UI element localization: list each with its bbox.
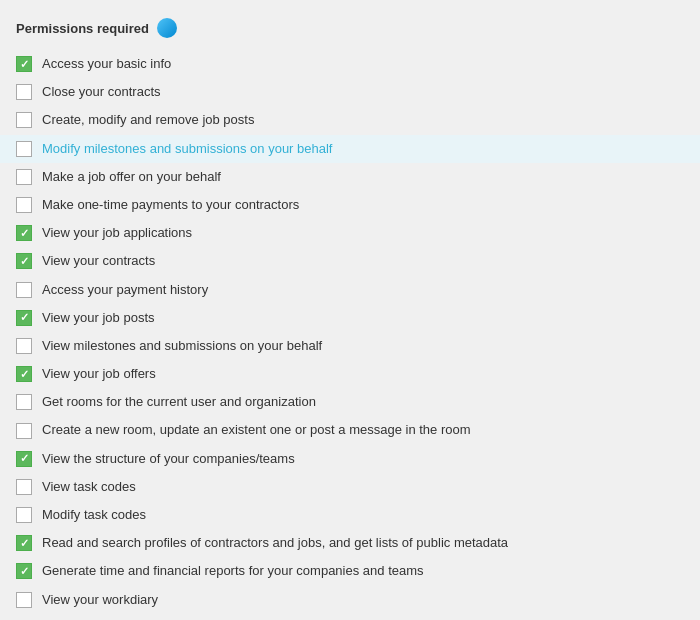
list-item: Read and search profiles of contractors … [0, 529, 700, 557]
permission-checkbox-17[interactable] [16, 507, 32, 523]
list-item: Modify milestones and submissions on you… [0, 135, 700, 163]
permission-label-14: Create a new room, update an existent on… [42, 421, 471, 439]
header-title: Permissions required [16, 21, 149, 36]
permission-label-10: View your job posts [42, 309, 155, 327]
list-item: Create a new room, update an existent on… [0, 416, 700, 444]
permissions-header: Permissions required [0, 10, 700, 50]
permission-label-7: View your job applications [42, 224, 192, 242]
list-item: Get rooms for the current user and organ… [0, 388, 700, 416]
permission-label-19: Generate time and financial reports for … [42, 562, 424, 580]
permission-label-3: Create, modify and remove job posts [42, 111, 254, 129]
list-item: View your job applications [0, 219, 700, 247]
permission-label-11: View milestones and submissions on your … [42, 337, 322, 355]
list-item: View task codes [0, 473, 700, 501]
permission-label-12: View your job offers [42, 365, 156, 383]
list-item: Make one-time payments to your contracto… [0, 191, 700, 219]
list-item: Access your basic info [0, 50, 700, 78]
list-item: View your workdiary [0, 586, 700, 614]
list-item: View your job posts [0, 304, 700, 332]
list-item: View the structure of your companies/tea… [0, 445, 700, 473]
permission-label-8: View your contracts [42, 252, 155, 270]
permission-checkbox-1[interactable] [16, 56, 32, 72]
permission-label-1: Access your basic info [42, 55, 171, 73]
list-item: Modify your workdiary [0, 614, 700, 620]
list-item: View milestones and submissions on your … [0, 332, 700, 360]
permission-label-2: Close your contracts [42, 83, 161, 101]
permission-checkbox-9[interactable] [16, 282, 32, 298]
permission-checkbox-20[interactable] [16, 592, 32, 608]
permission-checkbox-6[interactable] [16, 197, 32, 213]
permission-checkbox-19[interactable] [16, 563, 32, 579]
permission-checkbox-4[interactable] [16, 141, 32, 157]
permission-label-4: Modify milestones and submissions on you… [42, 140, 332, 158]
info-icon [157, 18, 177, 38]
permission-checkbox-5[interactable] [16, 169, 32, 185]
permission-label-15: View the structure of your companies/tea… [42, 450, 295, 468]
permission-checkbox-15[interactable] [16, 451, 32, 467]
permission-checkbox-16[interactable] [16, 479, 32, 495]
permission-checkbox-8[interactable] [16, 253, 32, 269]
permission-checkbox-12[interactable] [16, 366, 32, 382]
list-item: Close your contracts [0, 78, 700, 106]
permission-checkbox-3[interactable] [16, 112, 32, 128]
permission-label-18: Read and search profiles of contractors … [42, 534, 508, 552]
permission-checkbox-13[interactable] [16, 394, 32, 410]
permission-label-17: Modify task codes [42, 506, 146, 524]
list-item: Create, modify and remove job posts [0, 106, 700, 134]
list-item: Modify task codes [0, 501, 700, 529]
list-item: Access your payment history [0, 276, 700, 304]
permission-list: Access your basic infoClose your contrac… [0, 50, 700, 620]
permission-label-5: Make a job offer on your behalf [42, 168, 221, 186]
list-item: Make a job offer on your behalf [0, 163, 700, 191]
permission-checkbox-14[interactable] [16, 423, 32, 439]
permission-checkbox-10[interactable] [16, 310, 32, 326]
permission-label-13: Get rooms for the current user and organ… [42, 393, 316, 411]
list-item: View your job offers [0, 360, 700, 388]
list-item: Generate time and financial reports for … [0, 557, 700, 585]
permission-checkbox-18[interactable] [16, 535, 32, 551]
permission-checkbox-11[interactable] [16, 338, 32, 354]
list-item: View your contracts [0, 247, 700, 275]
permissions-container: Permissions required Access your basic i… [0, 0, 700, 620]
permission-label-16: View task codes [42, 478, 136, 496]
permission-label-9: Access your payment history [42, 281, 208, 299]
permission-checkbox-2[interactable] [16, 84, 32, 100]
permission-checkbox-7[interactable] [16, 225, 32, 241]
permission-label-20: View your workdiary [42, 591, 158, 609]
permission-label-6: Make one-time payments to your contracto… [42, 196, 299, 214]
